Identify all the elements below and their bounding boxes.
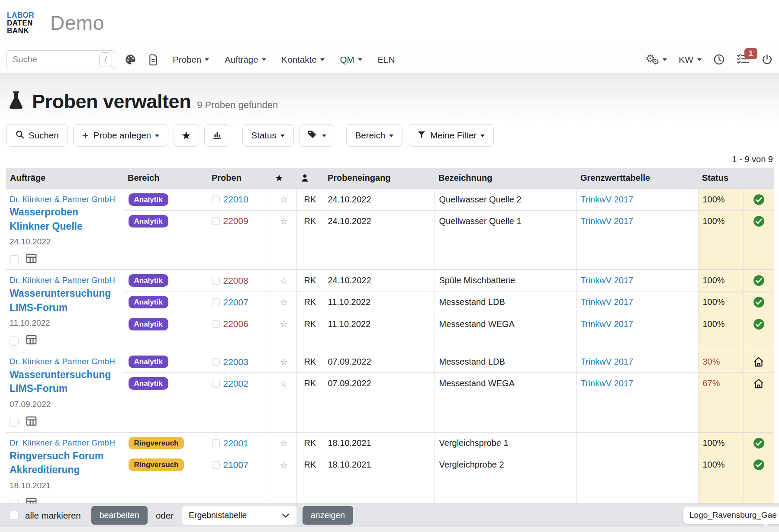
order-customer-link[interactable]: Dr. Klinkner & Partner GmbH bbox=[10, 437, 119, 449]
user-menu[interactable]: KW bbox=[679, 54, 702, 65]
sample-number-link[interactable]: 22008 bbox=[223, 276, 248, 286]
sample-number-link[interactable]: 21007 bbox=[223, 460, 248, 470]
result-count: 9 Proben gefunden bbox=[197, 99, 278, 111]
status-percent: 100% bbox=[698, 313, 744, 335]
filler-cell bbox=[698, 232, 744, 270]
bereich-badge: Analytik bbox=[129, 296, 168, 308]
star-icon: ★ bbox=[275, 173, 283, 183]
sample-number-link[interactable]: 22003 bbox=[223, 357, 248, 367]
favorite-star-icon[interactable]: ☆ bbox=[271, 373, 296, 394]
view-select[interactable]: Ergebnistabelle bbox=[182, 506, 296, 525]
order-title-link[interactable]: Wasseruntersuchung bbox=[10, 368, 119, 382]
favorite-star-icon[interactable]: ☆ bbox=[271, 313, 296, 335]
order-checkbox[interactable] bbox=[10, 418, 19, 427]
table-grid-icon[interactable] bbox=[26, 416, 37, 429]
create-sample-button[interactable]: + Probe anlegen bbox=[73, 124, 169, 147]
tasks-checklist-icon[interactable]: 1 bbox=[737, 53, 750, 66]
order-title-link[interactable]: Wasserproben bbox=[10, 205, 119, 219]
limit-table-link[interactable]: TrinkwV 2017 bbox=[581, 378, 634, 388]
history-clock-icon[interactable] bbox=[713, 54, 725, 65]
bereich-cell: Analytik bbox=[124, 210, 208, 232]
order-title-link[interactable]: LIMS-Forum bbox=[10, 381, 119, 396]
theme-palette-icon[interactable] bbox=[125, 54, 136, 65]
sample-number-link[interactable]: 22009 bbox=[223, 216, 248, 226]
sample-checkbox[interactable] bbox=[212, 358, 220, 366]
sample-number-link[interactable]: 22001 bbox=[223, 438, 248, 449]
bereich-badge: Analytik bbox=[129, 193, 168, 206]
order-date: 24.10.2022 bbox=[10, 237, 119, 247]
favorite-star-icon[interactable]: ☆ bbox=[271, 454, 296, 476]
limit-table-link[interactable]: TrinkwV 2017 bbox=[581, 297, 634, 307]
sample-checkbox[interactable] bbox=[212, 439, 220, 447]
global-search: / bbox=[6, 50, 115, 69]
nav-menu-qm[interactable]: QM bbox=[340, 54, 362, 65]
select-all-checkbox[interactable] bbox=[10, 511, 19, 520]
table-grid-icon[interactable] bbox=[26, 253, 37, 266]
bereich-filter-button[interactable]: Bereich bbox=[346, 124, 403, 147]
bereich-badge: Analytik bbox=[129, 377, 168, 390]
order-title-link[interactable]: LIMS-Forum bbox=[10, 301, 119, 315]
sample-checkbox[interactable] bbox=[212, 380, 220, 388]
sample-checkbox[interactable] bbox=[212, 461, 220, 469]
document-icon[interactable] bbox=[148, 54, 159, 66]
favorite-star-icon[interactable]: ☆ bbox=[271, 351, 296, 373]
settings-gears-icon[interactable]: ⚙⚙ bbox=[646, 53, 667, 66]
sample-checkbox[interactable] bbox=[212, 298, 220, 306]
order-customer-link[interactable]: Dr. Klinkner & Partner GmbH bbox=[10, 193, 119, 205]
sample-name: Messestand WEGA bbox=[435, 313, 576, 335]
sample-id-wrap: 22003 bbox=[212, 357, 271, 367]
filler-cell bbox=[744, 335, 774, 351]
search-button[interactable]: Suchen bbox=[6, 124, 68, 147]
nav-menu-eln[interactable]: ELN bbox=[378, 54, 395, 65]
order-title-link[interactable]: Klinkner Quelle bbox=[10, 219, 119, 234]
limit-table-link[interactable]: TrinkwV 2017 bbox=[581, 276, 634, 285]
order-title-link[interactable]: Wasseruntersuchung bbox=[10, 286, 119, 301]
bereich-badge: Analytik bbox=[129, 274, 168, 287]
status-filter-button[interactable]: Status bbox=[242, 124, 294, 147]
nav-menu-proben[interactable]: Proben bbox=[173, 54, 209, 65]
chart-button[interactable] bbox=[204, 124, 230, 147]
my-filters-button[interactable]: Meine Filter bbox=[408, 124, 494, 147]
order-checkbox[interactable] bbox=[10, 337, 19, 346]
sample-number-link[interactable]: 22006 bbox=[223, 319, 248, 329]
favorites-button[interactable]: ★ bbox=[174, 124, 199, 147]
tags-button[interactable] bbox=[299, 124, 334, 147]
order-title-link[interactable]: Ringversuch Forum bbox=[10, 449, 119, 463]
order-customer-link[interactable]: Dr. Klinkner & Partner GmbH bbox=[10, 356, 119, 368]
table-grid-icon[interactable] bbox=[26, 334, 37, 347]
sample-checkbox[interactable] bbox=[212, 320, 220, 328]
favorite-star-icon[interactable]: ☆ bbox=[271, 189, 296, 210]
sample-checkbox[interactable] bbox=[212, 217, 220, 225]
sample-number-link[interactable]: 22007 bbox=[223, 297, 248, 308]
order-title-link[interactable]: Akkreditierung bbox=[10, 463, 119, 477]
order-checkbox[interactable] bbox=[10, 255, 19, 264]
logout-power-icon[interactable] bbox=[761, 54, 773, 65]
favorite-star-icon[interactable]: ☆ bbox=[271, 210, 296, 232]
sample-name: Vergleichsprobe 1 bbox=[435, 433, 576, 454]
sample-number-link[interactable]: 22002 bbox=[223, 378, 248, 389]
responsible-initials: RK bbox=[296, 270, 324, 292]
status-check-icon bbox=[744, 313, 774, 335]
order-customer-link[interactable]: Dr. Klinkner & Partner GmbH bbox=[10, 274, 119, 286]
filename-tooltip: Logo_Ravensburg_Gae bbox=[683, 506, 779, 524]
filler-cell bbox=[576, 394, 698, 433]
edit-button[interactable]: bearbeiten bbox=[91, 506, 148, 525]
limit-table-link[interactable]: TrinkwV 2017 bbox=[581, 319, 634, 329]
sample-id-cell: 22009 bbox=[208, 210, 271, 232]
favorite-star-icon[interactable]: ☆ bbox=[271, 270, 296, 292]
labordatenbank-logo[interactable]: LABOR DATEN BANK bbox=[7, 11, 34, 35]
sample-checkbox[interactable] bbox=[212, 195, 220, 203]
limit-table-link[interactable]: TrinkwV 2017 bbox=[581, 195, 634, 204]
nav-menu-kontakte[interactable]: Kontakte bbox=[282, 54, 325, 65]
favorite-star-icon[interactable]: ☆ bbox=[271, 433, 296, 454]
favorite-star-icon[interactable]: ☆ bbox=[271, 292, 296, 313]
limit-table-link[interactable]: TrinkwV 2017 bbox=[581, 357, 634, 366]
show-button[interactable]: anzeigen bbox=[303, 506, 353, 525]
sample-checkbox[interactable] bbox=[212, 277, 220, 285]
limit-table-cell: TrinkwV 2017 bbox=[576, 313, 698, 335]
sample-number-link[interactable]: 22010 bbox=[223, 194, 248, 205]
page-header: Proben verwalten 9 Proben gefunden bbox=[0, 90, 779, 113]
limit-table-link[interactable]: TrinkwV 2017 bbox=[581, 216, 634, 226]
nav-menu-auftraege[interactable]: Aufträge bbox=[225, 54, 266, 65]
select-all-label: alle markieren bbox=[25, 510, 81, 521]
